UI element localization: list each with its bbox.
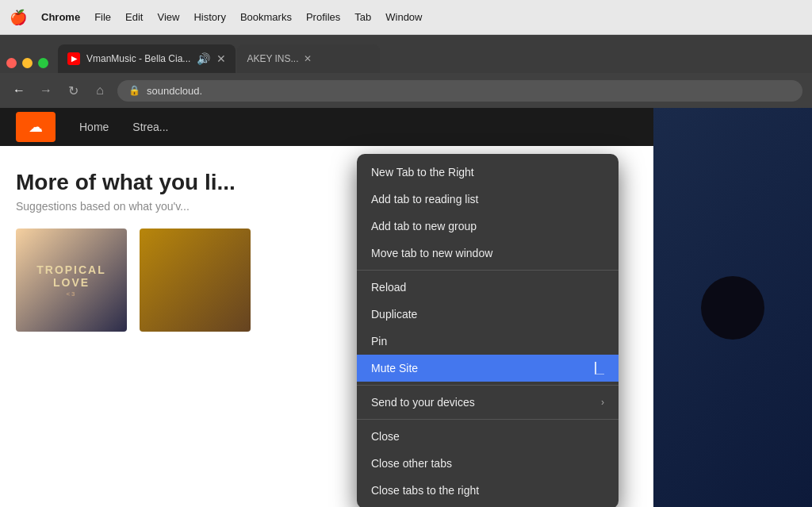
- menu-item-add-new-group-label: Add tab to new group: [371, 220, 477, 232]
- right-panel: [653, 108, 812, 507]
- sc-card-tropical[interactable]: TROPICAL LOVE <3: [16, 229, 127, 332]
- send-devices-arrow-icon: ›: [601, 397, 604, 408]
- home-button[interactable]: ⌂: [90, 83, 109, 98]
- tab-akey[interactable]: AKEY INS... ✕: [237, 44, 380, 73]
- menu-item-close-label: Close: [371, 430, 400, 443]
- menu-item-new-tab-right[interactable]: New Tab to the Right: [357, 159, 619, 186]
- apple-logo-icon[interactable]: 🍎: [10, 9, 27, 26]
- tab-favicon-youtube: ▶: [67, 52, 80, 65]
- menu-item-send-devices-label: Send to your devices: [371, 396, 475, 409]
- menu-item-new-tab-right-label: New Tab to the Right: [371, 166, 474, 179]
- browser-window: ▶ VmanMusic - Bella Cia... 🔊 ✕ AKEY INS.…: [0, 35, 812, 507]
- menu-item-pin[interactable]: Pin: [357, 328, 619, 355]
- card-tropical-tag: <3: [66, 290, 76, 298]
- menu-item-duplicate[interactable]: Duplicate: [357, 301, 619, 328]
- menu-item-mute-site[interactable]: Mute Site: [357, 355, 619, 382]
- reload-button[interactable]: ↻: [63, 83, 82, 98]
- traffic-lights: [6, 58, 48, 73]
- menu-item-reload-label: Reload: [371, 281, 406, 294]
- menu-separator-3: [357, 419, 619, 420]
- tab-bar: ▶ VmanMusic - Bella Cia... 🔊 ✕ AKEY INS.…: [0, 35, 812, 73]
- menu-item-mute-site-label: Mute Site: [371, 362, 418, 374]
- menu-item-close-other-label: Close other tabs: [371, 457, 452, 470]
- menu-item-add-reading-list[interactable]: Add tab to reading list: [357, 186, 619, 213]
- menu-separator-2: [357, 385, 619, 386]
- url-text: soundcloud.: [147, 85, 202, 97]
- card-tropical-title: TROPICAL: [36, 263, 106, 276]
- menu-item-close-other[interactable]: Close other tabs: [357, 450, 619, 477]
- menu-view[interactable]: View: [157, 11, 179, 23]
- minimize-window-button[interactable]: [22, 58, 33, 68]
- menu-item-close-right[interactable]: Close tabs to the right: [357, 477, 619, 504]
- menu-history[interactable]: History: [193, 11, 225, 23]
- forward-button[interactable]: →: [36, 83, 56, 98]
- menu-bar: 🍎 Chrome File Edit View History Bookmark…: [0, 0, 812, 35]
- close-window-button[interactable]: [6, 58, 17, 68]
- tab-close-vman[interactable]: ✕: [216, 52, 226, 65]
- menu-item-close-right-label: Close tabs to the right: [371, 484, 479, 497]
- menu-item-close[interactable]: Close: [357, 423, 619, 450]
- menu-item-reload[interactable]: Reload: [357, 274, 619, 301]
- card-tropical-subtitle: LOVE: [53, 276, 90, 289]
- menu-file[interactable]: File: [94, 11, 111, 23]
- sc-card-2[interactable]: [140, 229, 251, 332]
- menu-profiles[interactable]: Profiles: [306, 11, 340, 23]
- menu-item-add-reading-list-label: Add tab to reading list: [371, 193, 478, 205]
- tab-title-akey: AKEY INS...: [247, 53, 298, 64]
- menu-item-duplicate-label: Duplicate: [371, 308, 417, 321]
- menu-item-move-new-window-label: Move tab to new window: [371, 247, 492, 259]
- tab-title-vman: VmanMusic - Bella Cia...: [86, 53, 190, 64]
- menu-separator-1: [357, 270, 619, 271]
- back-button[interactable]: ←: [10, 83, 29, 98]
- menu-item-pin-label: Pin: [371, 335, 387, 348]
- menu-item-send-devices[interactable]: Send to your devices ›: [357, 389, 619, 416]
- menu-chrome[interactable]: Chrome: [41, 11, 80, 23]
- menu-item-move-new-window[interactable]: Move tab to new window: [357, 240, 619, 267]
- sc-nav-home[interactable]: Home: [79, 121, 109, 133]
- menu-item-add-new-group[interactable]: Add tab to new group: [357, 213, 619, 240]
- context-menu: New Tab to the Right Add tab to reading …: [357, 154, 619, 507]
- lock-icon: 🔒: [128, 85, 140, 96]
- tab-vmanmusic[interactable]: ▶ VmanMusic - Bella Cia... 🔊 ✕: [58, 44, 236, 73]
- url-bar[interactable]: 🔒 soundcloud.: [117, 80, 802, 102]
- menu-bookmarks[interactable]: Bookmarks: [240, 11, 292, 23]
- soundcloud-logo: ☁: [16, 112, 56, 142]
- browser-content: ☁ Home Strea... More of what you li... S…: [0, 108, 812, 507]
- dark-circle: [701, 276, 764, 340]
- fullscreen-window-button[interactable]: [38, 58, 48, 68]
- menu-edit[interactable]: Edit: [125, 11, 143, 23]
- tab-close-akey[interactable]: ✕: [304, 53, 312, 64]
- address-bar: ← → ↻ ⌂ 🔒 soundcloud.: [0, 73, 812, 108]
- tab-audio-icon[interactable]: 🔊: [197, 52, 210, 65]
- cursor-icon: [595, 362, 604, 374]
- sc-nav-stream[interactable]: Strea...: [132, 121, 168, 133]
- menu-window[interactable]: Window: [385, 11, 422, 23]
- menu-tab[interactable]: Tab: [354, 11, 371, 23]
